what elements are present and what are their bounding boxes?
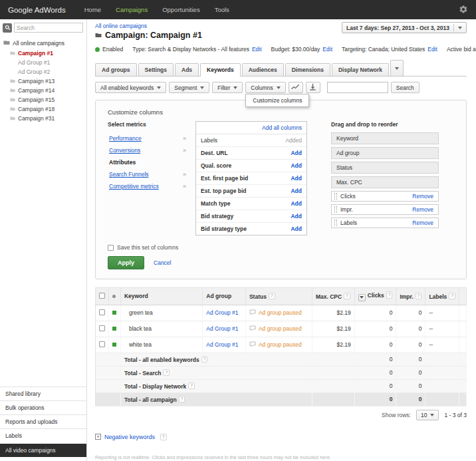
help-icon[interactable]: ? bbox=[163, 369, 170, 377]
tab-display-network[interactable]: Display Network bbox=[332, 63, 389, 76]
help-icon[interactable]: ? bbox=[188, 383, 195, 390]
edit-type-link[interactable]: Edit bbox=[252, 46, 262, 53]
sidebar-item-campaign-14[interactable]: Campaign #14 bbox=[0, 86, 86, 95]
reorder-item-impr[interactable]: Impr. Remove bbox=[331, 204, 439, 215]
filter-button[interactable]: Filter bbox=[212, 82, 243, 93]
ad-group-link[interactable]: Ad Group #1 bbox=[206, 325, 238, 332]
sidebar-item-ad-group-2[interactable]: Ad Group #2 bbox=[0, 67, 86, 77]
tab-more-button[interactable] bbox=[390, 60, 404, 76]
tab-dimensions[interactable]: Dimensions bbox=[285, 63, 330, 76]
add-metric-link[interactable]: Add bbox=[291, 213, 302, 220]
category-competitive-metrics[interactable]: Competitive metrics » bbox=[108, 180, 187, 192]
sidebar-item-bulk-operations[interactable]: Bulk operations bbox=[0, 400, 86, 414]
column-header-keyword[interactable]: Keyword bbox=[120, 288, 202, 305]
sort-descending-icon[interactable] bbox=[358, 294, 366, 301]
sidebar-item-campaign-15[interactable]: Campaign #15 bbox=[0, 95, 86, 104]
columns-button[interactable]: Columns bbox=[245, 82, 286, 93]
reorder-item-clicks[interactable]: Clicks Remove bbox=[331, 191, 439, 202]
ad-group-link[interactable]: Ad Group #1 bbox=[206, 341, 238, 348]
keyword-view-filter-button[interactable]: All enabled keywords bbox=[95, 82, 166, 93]
category-search-funnels[interactable]: Search Funnels » bbox=[108, 168, 187, 180]
remove-clicks-link[interactable]: Remove bbox=[412, 193, 433, 200]
sidebar-item-shared-library[interactable]: Shared library bbox=[0, 386, 86, 400]
remove-labels-link[interactable]: Remove bbox=[412, 220, 433, 226]
sidebar-item-reports-and-uploads[interactable]: Reports and uploads bbox=[0, 414, 86, 428]
add-metric-link[interactable]: Add bbox=[291, 226, 302, 232]
date-range-selector[interactable]: Last 7 days: Sep 27, 2013 - Oct 3, 2013 bbox=[342, 22, 467, 33]
add-metric-link[interactable]: Add bbox=[291, 162, 302, 169]
category-label: Competitive metrics bbox=[109, 183, 159, 190]
search-button[interactable]: Search bbox=[391, 82, 419, 93]
help-icon[interactable]: ? bbox=[449, 293, 455, 300]
max-cpc-cell[interactable]: $2.19 bbox=[312, 321, 354, 337]
sidebar-item-campaign-1[interactable]: Campaign #1 bbox=[0, 49, 86, 58]
tab-settings[interactable]: Settings bbox=[138, 63, 174, 76]
add-metric-link[interactable]: Add bbox=[291, 175, 302, 182]
keyword-search-input[interactable] bbox=[327, 82, 388, 93]
edit-budget-link[interactable]: Edit bbox=[322, 46, 332, 53]
add-metric-link[interactable]: Add bbox=[291, 188, 302, 194]
sidebar-item-campaign-13[interactable]: Campaign #13 bbox=[0, 77, 86, 86]
nav-home[interactable]: Home bbox=[84, 6, 101, 13]
tab-keywords[interactable]: Keywords bbox=[200, 63, 241, 77]
expand-plus-icon[interactable]: + bbox=[95, 434, 101, 440]
help-icon[interactable]: ? bbox=[344, 293, 350, 300]
select-all-checkbox[interactable] bbox=[99, 293, 105, 299]
nav-opportunities[interactable]: Opportunities bbox=[162, 6, 200, 13]
max-cpc-cell[interactable]: $2.19 bbox=[312, 337, 354, 353]
google-adwords-logo[interactable]: Google AdWords bbox=[8, 6, 66, 14]
category-performance[interactable]: Performance » bbox=[108, 132, 187, 144]
help-icon[interactable]: ? bbox=[269, 293, 275, 300]
settings-gear-icon[interactable] bbox=[459, 5, 468, 15]
add-metric-link[interactable]: Add bbox=[291, 150, 302, 156]
sidebar-item-campaign-18[interactable]: Campaign #18 bbox=[0, 104, 86, 114]
column-header-max-cpc[interactable]: Max. CPC? bbox=[312, 288, 354, 305]
cancel-link[interactable]: Cancel bbox=[154, 259, 171, 266]
sidebar-item-all-online-campaigns[interactable]: All online campaigns bbox=[0, 37, 86, 49]
column-header-labels[interactable]: Labels? bbox=[425, 288, 459, 305]
save-columns-checkbox[interactable] bbox=[108, 245, 114, 251]
chart-button[interactable] bbox=[289, 82, 303, 93]
search-icon[interactable] bbox=[3, 23, 12, 33]
edit-targeting-link[interactable]: Edit bbox=[427, 46, 437, 53]
row-checkbox[interactable] bbox=[99, 309, 105, 315]
impr-cell: 0 bbox=[396, 337, 425, 353]
menu-item-customize-columns[interactable]: Customize columns bbox=[246, 94, 308, 106]
negative-keywords-link[interactable]: Negative keywords bbox=[104, 434, 155, 440]
tab-audiences[interactable]: Audiences bbox=[242, 63, 284, 76]
sidebar-item-ad-group-1[interactable]: Ad Group #1 bbox=[0, 58, 86, 67]
sidebar-item-campaign-31[interactable]: Campaign #31 bbox=[0, 114, 86, 123]
column-header-status[interactable]: Status? bbox=[245, 288, 312, 305]
max-cpc-cell[interactable]: $2.19 bbox=[312, 305, 354, 321]
download-button[interactable] bbox=[306, 82, 320, 93]
tab-ads[interactable]: Ads bbox=[175, 63, 199, 76]
help-icon[interactable]: ? bbox=[160, 434, 167, 441]
apply-button[interactable]: Apply bbox=[108, 256, 144, 269]
row-checkbox[interactable] bbox=[99, 341, 105, 347]
nav-tools[interactable]: Tools bbox=[215, 6, 229, 13]
segment-button[interactable]: Segment bbox=[169, 82, 209, 93]
reorder-item-labels[interactable]: Labels Remove bbox=[331, 218, 439, 228]
breadcrumb-all-online-campaigns[interactable]: All online campaigns bbox=[95, 23, 147, 29]
category-conversions[interactable]: Conversions » bbox=[108, 144, 187, 156]
column-header-clicks[interactable]: Clicks? bbox=[354, 288, 396, 305]
help-icon[interactable]: ? bbox=[201, 356, 208, 363]
column-header-ad-group[interactable]: Ad group bbox=[203, 288, 246, 305]
help-icon[interactable]: ? bbox=[386, 291, 393, 299]
tab-ad-groups[interactable]: Ad groups bbox=[95, 63, 137, 76]
ad-group-link[interactable]: Ad Group #1 bbox=[206, 309, 238, 316]
remove-impr-link[interactable]: Remove bbox=[412, 206, 433, 213]
nav-campaigns[interactable]: Campaigns bbox=[116, 6, 148, 13]
add-all-columns-link[interactable]: Add all columns bbox=[262, 124, 302, 131]
campaign-label: Campaign #15 bbox=[18, 96, 55, 103]
sidebar-item-all-video-campaigns[interactable]: All video campaigns bbox=[0, 444, 86, 457]
column-header-impr[interactable]: Impr.? bbox=[396, 288, 425, 305]
help-icon[interactable]: ? bbox=[179, 396, 185, 403]
help-icon[interactable]: ? bbox=[416, 293, 422, 300]
show-rows-select[interactable]: 10 bbox=[416, 410, 439, 420]
sidebar-item-labels[interactable]: Labels bbox=[0, 428, 86, 442]
add-metric-link[interactable]: Add bbox=[291, 200, 302, 207]
category-attributes[interactable]: Attributes bbox=[108, 156, 187, 168]
row-checkbox[interactable] bbox=[99, 325, 105, 331]
sidebar-search-input[interactable] bbox=[14, 23, 83, 33]
